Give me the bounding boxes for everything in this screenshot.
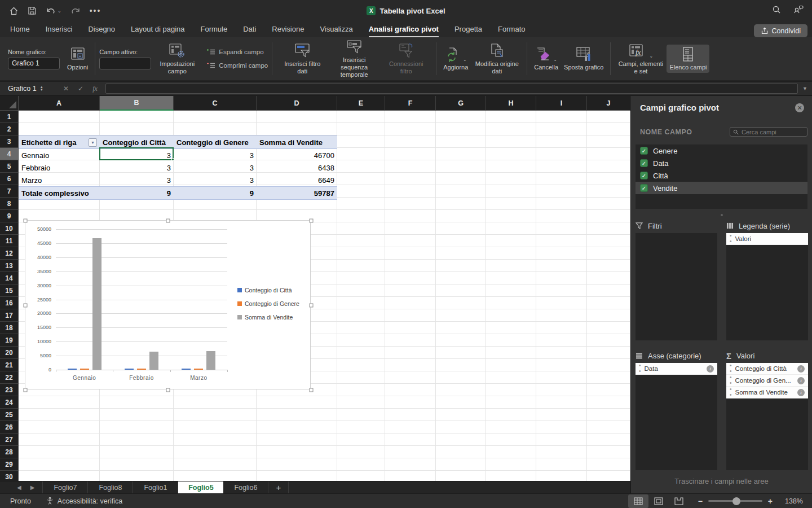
row-header-16[interactable]: 16 — [0, 297, 19, 309]
share-button[interactable]: Condividi — [754, 24, 807, 37]
chart-selection-handle[interactable] — [24, 388, 28, 392]
sheet-tab-foglio7[interactable]: Foglio7 — [43, 481, 88, 493]
ribbon-tab-inserisci[interactable]: Inserisci — [46, 25, 73, 37]
zoom-in-button[interactable]: + — [768, 497, 773, 506]
row-header-15[interactable]: 15 — [0, 284, 19, 297]
row-header-5[interactable]: 5 — [0, 160, 19, 173]
page-layout-view-button[interactable] — [648, 494, 669, 508]
ribbon-tab-progetta[interactable]: Progetta — [454, 25, 482, 37]
bar-febbraio-series-1[interactable] — [125, 369, 134, 370]
bar-marzo-series-2[interactable] — [194, 369, 203, 370]
formula-bar-expand-icon[interactable]: ▼ — [802, 86, 807, 91]
sheet-grid[interactable]: 1234567891011121314151617181920212223242… — [0, 111, 630, 481]
redo-icon[interactable] — [70, 6, 81, 15]
row-header-23[interactable]: 23 — [0, 384, 19, 396]
row-header-7[interactable]: 7 — [0, 185, 19, 198]
accessibility-status[interactable]: Accessibilità: verifica — [46, 497, 122, 505]
pivot-chart[interactable]: 0500010000150002000025000300003500040000… — [25, 220, 311, 389]
normal-view-button[interactable] — [628, 494, 648, 508]
search-fields-box[interactable] — [730, 127, 807, 137]
ribbon-tab-disegno[interactable]: Disegno — [88, 25, 115, 37]
chart-selection-handle[interactable] — [310, 219, 314, 223]
row-header-28[interactable]: 28 — [0, 446, 19, 458]
row-labels-filter-button[interactable]: ▼ — [89, 138, 97, 147]
options-button[interactable]: Opzioni — [64, 45, 91, 73]
chart-selection-handle[interactable] — [24, 219, 28, 223]
row-header-20[interactable]: 20 — [0, 347, 19, 359]
ribbon-tab-visualizza[interactable]: Visualizza — [320, 25, 352, 37]
sheet-tab-foglio6[interactable]: Foglio6 — [223, 481, 268, 493]
row-header-25[interactable]: 25 — [0, 409, 19, 421]
field-item-città[interactable]: ✓Città — [636, 169, 807, 182]
insert-timeline-button[interactable]: Inserisci sequenza temporale — [328, 37, 380, 80]
row-header-27[interactable]: 27 — [0, 433, 19, 446]
add-sheet-button[interactable]: + — [268, 481, 289, 493]
zoom-slider[interactable] — [708, 500, 762, 502]
row-header-3[interactable]: 3 — [0, 135, 19, 148]
area-chip-somma-di-vendite[interactable]: ••Somma di Venditei — [726, 387, 808, 398]
sheet-tab-foglio5[interactable]: Foglio5 — [178, 481, 223, 493]
close-panel-icon[interactable]: ✕ — [795, 103, 804, 112]
expand-field-button[interactable]: Espandi campo — [206, 49, 268, 55]
column-header-A[interactable]: A — [19, 96, 100, 111]
column-header-B[interactable]: B — [100, 96, 174, 111]
filters-area-box[interactable] — [636, 233, 717, 340]
ribbon-tab-layout-di-pagina[interactable]: Layout di pagina — [131, 25, 184, 37]
ribbon-tab-analisi-grafico-pivot[interactable]: Analisi grafico pivot — [369, 25, 439, 37]
name-box[interactable]: Grafico 1 ▲▼ — [5, 85, 59, 93]
row-header-30[interactable]: 30 — [0, 471, 19, 481]
more-commands-icon[interactable]: ••• — [90, 6, 102, 15]
sheet-tab-foglio1[interactable]: Foglio1 — [133, 481, 178, 493]
sheet-nav-right-icon[interactable]: ▶ — [30, 484, 35, 491]
row-header-9[interactable]: 9 — [0, 210, 19, 222]
values-area-box[interactable]: ••Conteggio di Cittài••Conteggio di Gen.… — [726, 363, 808, 470]
search-icon[interactable] — [771, 5, 782, 17]
row-header-1[interactable]: 1 — [0, 111, 19, 123]
ribbon-tab-home[interactable]: Home — [10, 25, 30, 37]
drag-handle-icon[interactable]: •• — [730, 233, 732, 244]
field-settings-button[interactable]: Impostazioni campo — [151, 41, 203, 77]
row-header-26[interactable]: 26 — [0, 421, 19, 433]
column-header-G[interactable]: G — [436, 96, 486, 111]
home-icon[interactable] — [9, 6, 19, 16]
insert-function-icon[interactable]: fx — [92, 85, 98, 93]
area-chip-conteggio-di-gen-[interactable]: ••Conteggio di Gen...i — [726, 375, 808, 387]
fields-items-sets-button[interactable]: fx⌄ Campi, elementi e set — [615, 41, 667, 77]
field-checkbox[interactable]: ✓ — [640, 147, 648, 155]
change-data-source-button[interactable]: Modifica origine dati — [471, 41, 523, 77]
ribbon-tab-dati[interactable]: Dati — [243, 25, 256, 37]
collapse-field-button[interactable]: Comprimi campo — [206, 62, 268, 69]
ribbon-tab-formato[interactable]: Formato — [498, 25, 525, 37]
chart-selection-handle[interactable] — [310, 388, 314, 392]
area-chip-conteggio-di-citt-[interactable]: ••Conteggio di Cittài — [726, 363, 808, 375]
row-header-21[interactable]: 21 — [0, 359, 19, 371]
area-chip-valori[interactable]: ••Valori — [726, 233, 808, 245]
row-header-19[interactable]: 19 — [0, 334, 19, 347]
row-header-12[interactable]: 12 — [0, 247, 19, 260]
row-header-4[interactable]: 4 — [0, 148, 19, 160]
confirm-entry-icon[interactable]: ✓ — [78, 85, 83, 93]
row-header-18[interactable]: 18 — [0, 322, 19, 334]
drag-handle-icon[interactable]: •• — [639, 363, 641, 374]
column-header-D[interactable]: D — [257, 96, 337, 111]
undo-button[interactable]: ⌄ — [46, 6, 61, 15]
comments-icon[interactable] — [793, 5, 804, 17]
axis-area-box[interactable]: ••Datai — [636, 363, 717, 470]
column-header-C[interactable]: C — [174, 96, 257, 111]
field-checkbox[interactable]: ✓ — [640, 184, 648, 192]
column-header-I[interactable]: I — [536, 96, 587, 111]
field-item-genere[interactable]: ✓Genere — [636, 144, 807, 157]
page-break-view-button[interactable] — [669, 494, 689, 508]
info-icon[interactable]: i — [797, 365, 805, 373]
field-item-data[interactable]: ✓Data — [636, 157, 807, 169]
column-header-J[interactable]: J — [587, 96, 630, 111]
ribbon-tab-revisione[interactable]: Revisione — [272, 25, 304, 37]
zoom-slider-thumb[interactable] — [732, 497, 740, 505]
bar-gennaio-series-2[interactable] — [80, 369, 89, 370]
bar-gennaio-series-1[interactable] — [68, 369, 77, 370]
sheet-tab-foglio8[interactable]: Foglio8 — [88, 481, 133, 493]
row-header-11[interactable]: 11 — [0, 235, 19, 247]
insert-slicer-button[interactable]: Inserisci filtro dati — [276, 41, 328, 77]
column-header-F[interactable]: F — [385, 96, 436, 111]
panel-splitter[interactable] — [721, 214, 723, 216]
